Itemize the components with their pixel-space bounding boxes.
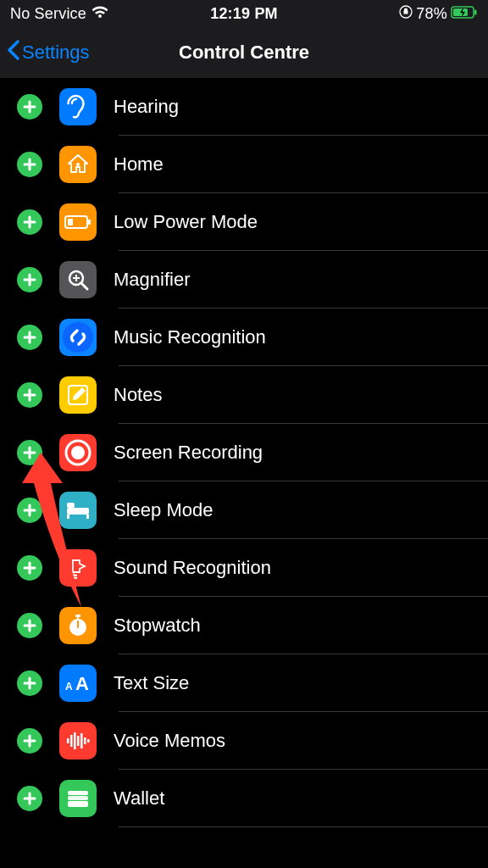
ear-icon: [59, 88, 97, 125]
bed-icon: [59, 492, 97, 529]
svg-text:A: A: [75, 673, 89, 693]
svg-rect-61: [68, 801, 88, 807]
svg-point-29: [71, 446, 85, 459]
svg-text:A: A: [65, 681, 73, 693]
svg-rect-55: [84, 737, 86, 744]
svg-rect-56: [87, 739, 90, 743]
svg-rect-35: [86, 515, 89, 519]
svg-rect-12: [68, 219, 73, 225]
svg-rect-32: [67, 508, 89, 515]
status-bar: No Service 12:19 PM 78%: [0, 0, 488, 27]
more-controls-list: HearingHomeLow Power ModeMagnifierMusic …: [0, 78, 488, 827]
page-title: Control Centre: [179, 42, 309, 64]
item-label: Low Power Mode: [114, 211, 258, 233]
battery-low-icon: [59, 203, 97, 241]
add-button[interactable]: [17, 613, 42, 638]
carrier-status: No Service: [10, 5, 86, 23]
svg-rect-33: [67, 503, 75, 508]
svg-rect-34: [67, 515, 69, 519]
svg-rect-59: [68, 791, 88, 795]
item-label: Wallet: [114, 787, 164, 810]
shazam-icon: [59, 319, 97, 356]
item-label: Voice Memos: [114, 730, 225, 752]
add-button[interactable]: [17, 555, 42, 581]
item-label: Text Size: [114, 672, 189, 694]
add-button[interactable]: [17, 498, 42, 523]
list-item: Low Power Mode: [0, 193, 488, 251]
sound-wave-icon: [59, 549, 97, 587]
item-label: Notes: [114, 384, 162, 406]
text-size-icon: AA: [59, 665, 97, 702]
add-button[interactable]: [17, 382, 42, 408]
svg-rect-3: [474, 9, 477, 14]
svg-rect-41: [75, 615, 80, 617]
battery-icon: [451, 5, 478, 23]
waveform-icon: [59, 722, 97, 760]
list-item: Sleep Mode: [0, 481, 488, 539]
svg-rect-13: [88, 220, 91, 225]
add-button[interactable]: [17, 440, 42, 465]
svg-line-17: [81, 283, 87, 289]
svg-rect-52: [74, 732, 76, 749]
nav-bar: Settings Control Centre: [0, 27, 488, 78]
status-right: 78%: [399, 5, 478, 23]
item-label: Hearing: [114, 96, 179, 118]
house-icon: [59, 146, 97, 183]
status-left: No Service: [10, 5, 108, 23]
wallet-icon: [59, 780, 97, 817]
add-button[interactable]: [17, 786, 42, 811]
back-label: Settings: [22, 42, 90, 64]
svg-rect-54: [80, 733, 83, 748]
notes-icon: [59, 376, 97, 414]
item-label: Stopwatch: [114, 615, 201, 637]
svg-rect-53: [77, 736, 80, 746]
list-item: AAText Size: [0, 654, 488, 712]
list-item: Music Recognition: [0, 309, 488, 366]
wifi-icon: [92, 5, 108, 23]
magnifier-plus-icon: [59, 261, 97, 298]
item-label: Music Recognition: [114, 326, 266, 348]
back-button[interactable]: Settings: [7, 40, 90, 65]
add-button[interactable]: [17, 267, 42, 292]
list-item: Wallet: [0, 770, 488, 827]
divider: [119, 826, 488, 827]
chevron-left-icon: [7, 40, 20, 65]
item-label: Magnifier: [114, 269, 190, 291]
svg-point-8: [76, 163, 80, 166]
item-label: Sound Recognition: [114, 557, 271, 579]
item-label: Screen Recording: [114, 442, 263, 464]
list-item: Home: [0, 136, 488, 193]
list-item: Magnifier: [0, 251, 488, 309]
list-item: Stopwatch: [0, 597, 488, 654]
list-item: Hearing: [0, 78, 488, 136]
add-button[interactable]: [17, 670, 42, 696]
list-item: Screen Recording: [0, 424, 488, 481]
orientation-lock-icon: [399, 5, 413, 23]
add-button[interactable]: [17, 94, 42, 120]
svg-rect-50: [67, 738, 69, 743]
svg-rect-60: [68, 796, 88, 800]
item-label: Home: [114, 153, 164, 175]
svg-rect-51: [70, 735, 73, 747]
add-button[interactable]: [17, 325, 42, 350]
list-item: Notes: [0, 366, 488, 424]
record-icon: [59, 434, 97, 471]
list-item: Sound Recognition: [0, 539, 488, 597]
item-label: Sleep Mode: [114, 499, 213, 521]
svg-point-22: [63, 322, 93, 353]
add-button[interactable]: [17, 728, 42, 754]
add-button[interactable]: [17, 209, 42, 235]
battery-percent: 78%: [416, 5, 447, 23]
stopwatch-icon: [59, 607, 97, 644]
list-item: Voice Memos: [0, 712, 488, 770]
status-time: 12:19 PM: [210, 5, 278, 23]
add-button[interactable]: [17, 152, 42, 177]
